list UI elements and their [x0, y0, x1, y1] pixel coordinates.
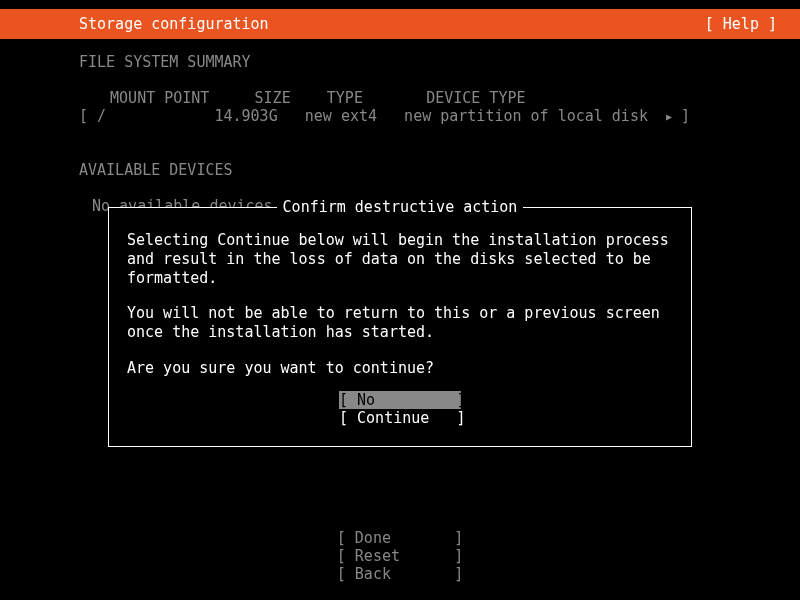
header-bar: Storage configuration [ Help ]: [0, 9, 800, 39]
dialog-paragraph-2: You will not be able to return to this o…: [127, 304, 673, 342]
footer-buttons: [ Done ] [ Reset ] [ Back ]: [0, 529, 800, 583]
dialog-paragraph-1: Selecting Continue below will begin the …: [127, 231, 673, 287]
main-content: FILE SYSTEM SUMMARY MOUNT POINT SIZE TYP…: [0, 39, 800, 215]
done-button[interactable]: [ Done ]: [0, 529, 800, 547]
dialog-title-wrap: Confirm destructive action: [109, 198, 691, 216]
filesystem-table-row[interactable]: [ / 14.903G new ext4 new partition of lo…: [0, 107, 800, 125]
filesystem-summary-heading: FILE SYSTEM SUMMARY: [0, 53, 800, 71]
no-button[interactable]: [ No ]: [339, 391, 461, 410]
page-title: Storage configuration: [79, 15, 269, 33]
continue-button[interactable]: [ Continue ]: [339, 409, 461, 428]
dialog-body: Selecting Continue below will begin the …: [109, 208, 691, 446]
dialog-title: Confirm destructive action: [277, 198, 524, 216]
confirm-dialog: Confirm destructive action Selecting Con…: [108, 207, 692, 447]
available-devices-heading: AVAILABLE DEVICES: [0, 161, 800, 179]
reset-button[interactable]: [ Reset ]: [0, 547, 800, 565]
back-button[interactable]: [ Back ]: [0, 565, 800, 583]
filesystem-table-header: MOUNT POINT SIZE TYPE DEVICE TYPE: [0, 89, 800, 107]
dialog-paragraph-3: Are you sure you want to continue?: [127, 359, 673, 378]
help-button[interactable]: [ Help ]: [701, 15, 781, 33]
dialog-button-group: [ No ] [ Continue ]: [127, 391, 673, 429]
